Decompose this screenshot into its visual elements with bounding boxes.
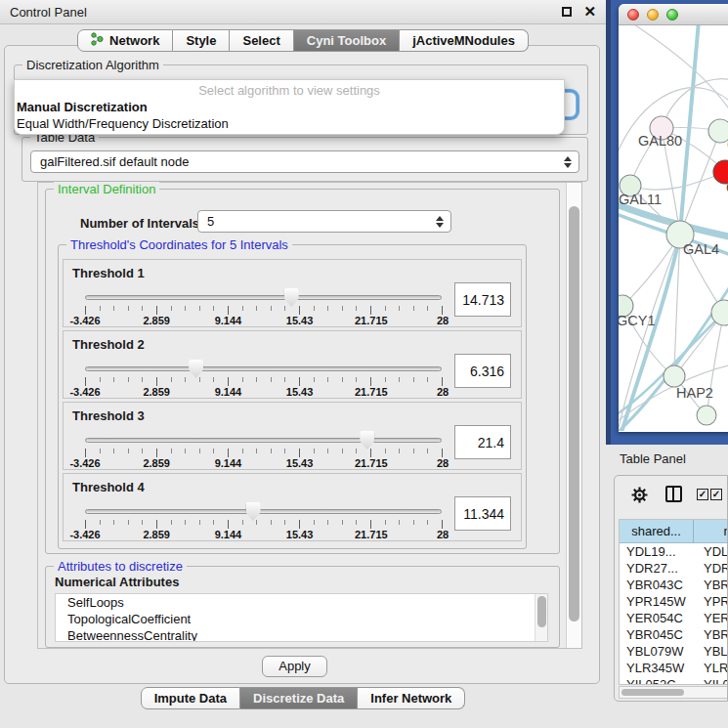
list-item[interactable]: TopologicalCoefficient [56,611,547,627]
network-canvas[interactable]: GAL80GAL11GAL4GCY1HAP2GCH [619,25,728,431]
table-row[interactable]: YER054CYER0... [620,610,728,626]
settings-scrollbar[interactable] [566,183,581,648]
number-of-intervals-combobox[interactable]: 5 [197,210,451,233]
tab-cyni-toolbox[interactable]: Cyni Toolbox [294,29,400,52]
table-cell[interactable]: YBL0... [694,643,728,660]
table-horizontal-scrollbar[interactable] [619,686,728,699]
threshold-slider[interactable]: -3.426 2.859 9.144 15.43 21.715 28 [85,430,443,469]
slider-track[interactable] [85,438,442,443]
settings-scroll-area: Interval Definition Number of Intervals … [37,182,582,649]
slider-handle[interactable] [360,431,374,450]
network-node[interactable] [708,119,728,143]
table-cell[interactable]: YDL19... [620,543,694,560]
numerical-attributes-list[interactable]: SelfLoops TopologicalCoefficient Between… [55,593,548,642]
table-row[interactable]: YBR043CYBR0... [620,577,728,593]
zoom-traffic-light-icon[interactable] [666,9,678,21]
threshold-value-field[interactable]: 11.344 [454,496,511,531]
table-row[interactable]: YBL079WYBL0... [620,643,728,660]
slider-ticks [85,520,443,529]
threshold-value-field[interactable]: 14.713 [454,282,511,317]
table-cell[interactable]: YBR045C [620,626,694,643]
threshold-block: Threshold 4 -3.426 2.859 9.144 15.43 21.… [63,473,522,541]
apply-button[interactable]: Apply [262,656,327,677]
select-checkbox-icon[interactable]: ✓ [710,489,722,500]
table-row[interactable]: YDL19...YDL1... [620,543,728,560]
table-cell[interactable]: YBR0... [694,577,728,593]
list-scrollbar[interactable] [535,594,547,641]
slider-track[interactable] [85,509,442,514]
table-cell[interactable]: YER0... [694,610,728,626]
dropdown-option-equal-width[interactable]: Equal Width/Frequency Discretization [15,115,564,132]
tab-network[interactable]: Network [77,29,173,52]
slider-track[interactable] [85,366,442,371]
table-cell[interactable]: YBR0... [694,626,728,643]
table-row[interactable]: YPR145WYPR1... [620,593,728,610]
scrollbar-thumb[interactable] [569,206,579,621]
tab-select[interactable]: Select [230,29,293,52]
threshold-slider[interactable]: -3.426 2.859 9.144 15.43 21.715 28 [85,501,443,540]
threshold-block: Threshold 3 -3.426 2.859 9.144 15.43 21.… [63,402,522,470]
threshold-label: Threshold 2 [72,337,145,352]
slider-handle[interactable] [284,288,299,307]
algorithm-dropdown-popup: Select algorithm to view settings Manual… [14,79,565,135]
slider-handle[interactable] [246,502,261,521]
table-row[interactable]: YBR045CYBR0... [620,626,728,643]
gear-icon[interactable] [631,487,648,506]
table-row[interactable]: YDR27...YDR2... [620,560,728,577]
scale-tick-label: 2.859 [143,529,170,540]
table-cell[interactable]: YDR27... [620,560,694,577]
tab-discretize-data[interactable]: Discretize Data [240,687,358,709]
numerical-attributes-label: Numerical Attributes [55,575,179,589]
threshold-slider[interactable]: -3.426 2.859 9.144 15.43 21.715 28 [85,359,443,398]
slider-track[interactable] [85,295,442,300]
table-cell[interactable]: YDR2... [694,560,728,577]
table-cell[interactable]: YER054C [620,610,694,626]
network-window[interactable]: GAL80GAL11GAL4GCY1HAP2GCH [619,4,728,432]
tab-style[interactable]: Style [173,29,230,52]
close-traffic-light-icon[interactable] [627,9,639,21]
tab-jactivemnodules[interactable]: jActiveMNodules [400,29,529,52]
dropdown-option-manual[interactable]: Manual Discretization [15,99,564,115]
number-of-intervals-label: Number of Intervals [80,216,199,231]
column-header[interactable]: shared... [620,520,694,543]
minimize-traffic-light-icon[interactable] [647,9,659,21]
scale-tick-label: 9.144 [215,457,242,469]
table-cell[interactable]: YIL052C [620,676,694,685]
slider-handle[interactable] [189,360,203,378]
table-cell[interactable]: YBL079W [620,643,694,660]
threshold-value-field[interactable]: 6.316 [454,354,511,388]
network-node[interactable] [697,406,716,425]
table-cell[interactable]: YLR345W [620,660,694,676]
table-cell[interactable]: YBR043C [620,577,694,593]
table-cell[interactable]: YIL0... [694,676,728,685]
close-icon[interactable]: ✕ [583,7,596,17]
table-cell[interactable]: YPR1... [694,593,728,610]
threshold-value-field[interactable]: 21.4 [454,425,511,459]
table-row[interactable]: YIL052CYIL0... [620,676,728,685]
table-cell[interactable]: YLR3... [694,660,728,676]
combobox-value: 5 [207,214,214,229]
table-data-combobox[interactable]: galFiltered.sif default node [30,150,579,173]
combobox-spinner-icon [436,211,444,232]
column-header[interactable]: n... [694,520,728,543]
table-cell[interactable]: YDL1... [694,543,728,560]
panel-title: Control Panel [10,5,562,20]
float-window-icon[interactable] [562,7,572,17]
select-checkbox-icon[interactable]: ✓ [697,489,708,500]
control-panel-titlebar: Control Panel ✕ [0,0,606,24]
scale-tick-label: 21.715 [355,386,388,398]
scrollbar-thumb[interactable] [621,689,684,696]
table-row[interactable]: YLR345WYLR3... [620,660,728,676]
list-item[interactable]: SelfLoops [56,594,547,611]
network-icon [91,32,104,49]
list-item[interactable]: BetweennessCentrality [56,627,547,642]
threshold-slider[interactable]: -3.426 2.859 9.144 15.43 21.715 28 [85,287,443,326]
tab-infer-network[interactable]: Infer Network [358,687,465,709]
split-columns-icon[interactable] [665,486,682,502]
tab-impute-data[interactable]: Impute Data [141,687,240,709]
table-cell[interactable]: YPR145W [620,593,694,610]
threshold-block: Threshold 2 -3.426 2.859 9.144 15.43 21.… [63,330,522,399]
attributes-group: Attributes to discretize Numerical Attri… [45,566,560,648]
table-panel-title: Table Panel [620,451,686,466]
network-node[interactable] [664,365,685,387]
